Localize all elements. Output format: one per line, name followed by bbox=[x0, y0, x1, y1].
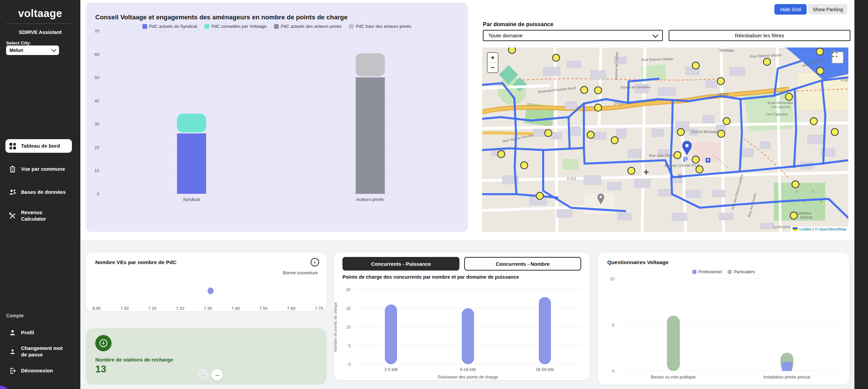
map-marker[interactable] bbox=[521, 162, 528, 169]
legend-swatch bbox=[204, 24, 209, 29]
zoom-in-button[interactable]: + bbox=[488, 53, 498, 63]
map-marker[interactable] bbox=[792, 181, 799, 188]
map-marker[interactable] bbox=[717, 78, 725, 85]
building bbox=[672, 213, 687, 221]
building bbox=[557, 210, 572, 217]
leaflet-attribution-link[interactable]: Leaflet bbox=[800, 227, 811, 231]
sidebar-item-changement-mot-de-passe[interactable]: Changement mot de passe bbox=[5, 342, 72, 361]
questionnaires-legend: ProfessionelParticuliers bbox=[598, 270, 849, 274]
map-marker[interactable] bbox=[831, 129, 839, 136]
sidebar-item-bases-de-donnees[interactable]: Bases de données bbox=[5, 185, 72, 199]
previous-page-button[interactable]: ← bbox=[198, 369, 209, 381]
app-root: voltaage SDIRVE Assistant Select City: M… bbox=[0, 0, 868, 389]
tab-concurrents-puissance[interactable]: Concurrents - Puissance bbox=[342, 257, 459, 271]
map-attribution: Leaflet | © OpenStreetMap bbox=[791, 226, 848, 232]
map-street-label: Lycée privé bbox=[773, 225, 790, 229]
map-marker[interactable] bbox=[595, 104, 602, 111]
y-tick-label: 15 bbox=[342, 306, 351, 311]
city-select[interactable]: Melun bbox=[6, 45, 59, 55]
building bbox=[567, 61, 580, 68]
bar-column bbox=[616, 279, 730, 371]
hide-grid-button[interactable]: Hide Grid bbox=[774, 4, 807, 15]
app-subtitle: SDIRVE Assistant bbox=[0, 29, 80, 35]
tree bbox=[812, 190, 814, 193]
legend-swatch bbox=[728, 270, 732, 274]
legend-item: Particuliers bbox=[728, 270, 755, 274]
tab-concurrents-nombre[interactable]: Concurrents - Nombre bbox=[464, 257, 581, 271]
map-marker[interactable] bbox=[764, 58, 771, 66]
map-marker[interactable] bbox=[692, 156, 699, 163]
sidebar-item-label: Tableau de bord bbox=[21, 143, 60, 149]
dashboard-icon bbox=[9, 142, 16, 150]
map-marker[interactable] bbox=[817, 68, 824, 75]
x-category-label: Syndicat bbox=[102, 197, 281, 202]
questionnaires-title: Questionnaires Voltaage bbox=[607, 259, 669, 265]
x-tick-label: 6.90 bbox=[89, 306, 104, 311]
chat-fab-partial[interactable] bbox=[0, 386, 10, 389]
map-marker[interactable] bbox=[692, 62, 699, 69]
map-marker[interactable] bbox=[536, 192, 544, 200]
map-marker[interactable] bbox=[545, 130, 552, 137]
legend-label: PdC actuels des acteurs privés bbox=[281, 24, 341, 29]
map-marker[interactable] bbox=[696, 166, 703, 173]
map-marker[interactable] bbox=[810, 118, 817, 125]
map-marker[interactable] bbox=[677, 129, 685, 136]
x-tick-label: 7.50 bbox=[256, 306, 271, 311]
stations-card-title: Nombre de stations de recharge bbox=[95, 357, 173, 363]
fullscreen-icon bbox=[832, 52, 837, 57]
legend-swatch bbox=[274, 24, 279, 29]
y-tick-label: 10 bbox=[606, 277, 614, 281]
sidebar-item-deconnexion[interactable]: Déconnexion bbox=[5, 364, 72, 377]
map-street-label: D 605 bbox=[719, 93, 729, 96]
arrow-left-icon: ← bbox=[201, 371, 206, 378]
show-parking-button[interactable]: Show Parking bbox=[808, 4, 847, 15]
building bbox=[760, 142, 770, 149]
map-marker[interactable] bbox=[790, 212, 797, 219]
bar bbox=[539, 297, 551, 364]
x-tick-label: 7.30 bbox=[200, 306, 215, 311]
map-marker[interactable] bbox=[816, 48, 824, 55]
bar-column bbox=[730, 279, 844, 371]
map-marker[interactable] bbox=[786, 93, 793, 100]
building bbox=[658, 189, 671, 196]
map-marker[interactable] bbox=[674, 152, 681, 159]
legend-item: PdC actuels des acteurs privés bbox=[274, 24, 341, 29]
map-marker[interactable] bbox=[723, 118, 730, 125]
info-icon[interactable]: i bbox=[311, 258, 319, 266]
logout-icon bbox=[9, 367, 16, 374]
map-marker[interactable] bbox=[553, 54, 560, 61]
leaflet-map[interactable]: Rue Étienne GibsonRue Étienne GibsonMont… bbox=[482, 48, 848, 232]
x-category-label: 5-16 kW bbox=[430, 367, 507, 372]
map-fullscreen-button[interactable] bbox=[832, 52, 844, 63]
building bbox=[658, 88, 675, 96]
building bbox=[760, 223, 774, 229]
tree bbox=[795, 190, 798, 193]
sidebar-item-tableau-de-bord[interactable]: Tableau de bord bbox=[5, 139, 72, 153]
building bbox=[618, 213, 631, 220]
next-page-button[interactable]: → bbox=[211, 369, 223, 381]
map-street-label: D 41 bbox=[841, 78, 848, 82]
bar-segment bbox=[356, 53, 385, 77]
scatter-x-ticks: 6.907.007.107.207.307.407.507.607.70 bbox=[89, 306, 327, 311]
gray-pin-hole bbox=[600, 196, 602, 198]
sidebar-item-vue-par-commune[interactable]: Vue par commune bbox=[5, 162, 72, 176]
sidebar-item-revenus-calculator[interactable]: Revenus Calculator bbox=[5, 206, 72, 225]
bar-column bbox=[430, 290, 507, 364]
map-marker[interactable] bbox=[509, 48, 516, 54]
sidebar-item-label: Bases de données bbox=[21, 189, 66, 196]
parking-pin-hole bbox=[685, 144, 689, 147]
map-marker[interactable] bbox=[611, 137, 618, 144]
map-marker[interactable] bbox=[718, 130, 725, 137]
osm-attribution-link[interactable]: © OpenStreetMap bbox=[815, 227, 846, 231]
map-marker[interactable] bbox=[628, 167, 635, 174]
zoom-out-button[interactable]: − bbox=[488, 63, 498, 72]
power-domain-select[interactable]: Toute domaine bbox=[483, 30, 663, 41]
charging-station-icon bbox=[95, 335, 112, 351]
map-marker[interactable] bbox=[595, 87, 602, 94]
map-marker[interactable] bbox=[587, 131, 594, 138]
map-marker[interactable] bbox=[581, 87, 588, 94]
sidebar-item-profil[interactable]: Profil bbox=[5, 326, 72, 339]
map-marker[interactable] bbox=[498, 151, 505, 158]
questionnaires-card: Questionnaires Voltaage ProfessionelPart… bbox=[598, 253, 849, 385]
reset-filters-button[interactable]: Réinitialiser les filtres bbox=[669, 30, 850, 41]
